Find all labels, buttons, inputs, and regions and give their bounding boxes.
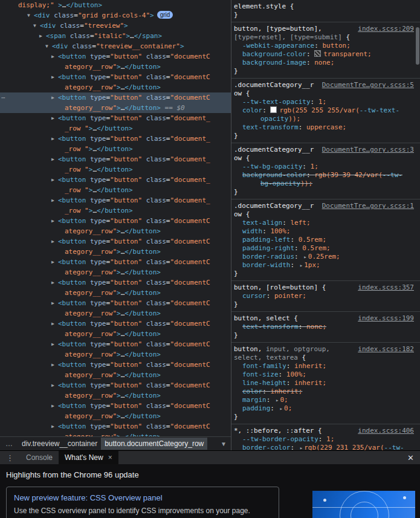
dom-tree-row[interactable]: _row ">…</button>	[0, 185, 231, 195]
dom-tree-row[interactable]: ategory__row">…</button>	[0, 308, 231, 319]
css-selector-line[interactable]: [type=reset], [type=submit] {	[231, 33, 420, 42]
stylesheet-source-link[interactable]: index.scss:406	[358, 427, 414, 435]
css-selector-line[interactable]: DocumentTre…gory.scss:1.documentCategory…	[231, 202, 420, 210]
expanded-arrow-icon[interactable]: ▼	[33, 21, 40, 31]
css-property-line[interactable]: padding: ▸0;	[231, 404, 420, 413]
stylesheet-source-link[interactable]: DocumentTre…gory.scss:3	[322, 146, 414, 154]
css-property-line[interactable]: padding-left: 0.5rem;	[231, 236, 420, 244]
expanded-arrow-icon[interactable]: ▼	[45, 41, 52, 51]
collapsed-arrow-icon[interactable]: ▶	[51, 154, 58, 164]
dom-tree-row[interactable]: _row ">…</button>	[0, 123, 231, 134]
dom-tree-row[interactable]: ▶<button type="button" class="documentC	[0, 339, 231, 349]
collapsed-arrow-icon[interactable]: ▶	[51, 216, 58, 226]
dom-tree-row[interactable]: ategory__row">…</button>	[0, 82, 231, 92]
dom-tree-row[interactable]: ▶<button type="button" class="document_	[0, 113, 231, 123]
whats-new-card-title[interactable]: New preview feature: CSS Overview panel	[14, 493, 271, 502]
dom-tree-row[interactable]: ▶<button type="button" class="document_	[0, 195, 231, 206]
dom-tree-row[interactable]: ▼<div class="treeview">	[0, 21, 231, 31]
dom-tree-row[interactable]: _row ">…</button>	[0, 144, 231, 154]
css-property-line[interactable]: line-height: inherit;	[231, 379, 420, 387]
css-selector-line[interactable]: index.scss:182button, input, optgroup,	[231, 345, 420, 354]
dom-tree-row[interactable]: _row ">…</button>	[0, 164, 231, 175]
collapsed-arrow-icon[interactable]: ▶	[51, 72, 58, 82]
stylesheet-source-link[interactable]: index.scss:182	[358, 345, 414, 354]
dom-tree-row[interactable]: ▶<button type="button" class="documentC	[0, 51, 231, 62]
dom-tree-row[interactable]: ategory__row">…</button>	[0, 329, 231, 339]
collapsed-arrow-icon[interactable]: ▶	[51, 298, 58, 308]
dom-tree-row[interactable]: ▶<button type="button" class="document_	[0, 175, 231, 185]
css-property-line[interactable]: --tw-text-opacity: 1;	[231, 98, 420, 106]
dom-tree-row[interactable]: _row ">…</button>	[0, 206, 231, 216]
collapsed-arrow-icon[interactable]: ▶	[51, 195, 58, 206]
grid-badge[interactable]: grid	[157, 11, 173, 19]
stylesheet-source-link[interactable]: index.scss:357	[358, 283, 414, 292]
css-property-line[interactable]: bg-opacity));	[231, 180, 420, 188]
breadcrumb-overflow-button[interactable]: …	[0, 439, 18, 448]
css-property-line[interactable]: border-color: ▸rgb(229 231 235/var(--tw-	[231, 444, 420, 450]
collapsed-arrow-icon[interactable]: ▶	[51, 277, 58, 288]
breadcrumb-item-document-category-row[interactable]: button.documentCategory_row	[101, 438, 207, 450]
dom-tree-row[interactable]: ategory__row">…</button>	[0, 432, 231, 436]
css-selector-line[interactable]: DocumentTre…gory.scss:3.documentCategory…	[231, 146, 420, 154]
css-property-line[interactable]: border-width: ▸1px;	[231, 261, 420, 270]
css-property-line[interactable]: text-transform: none;	[231, 323, 420, 331]
dom-tree-row-selected[interactable]: ategory__row">…</button> == $0	[0, 103, 231, 113]
css-property-line[interactable]: padding-right: 0.5rem;	[231, 244, 420, 253]
expanded-arrow-icon[interactable]: ▼	[27, 10, 34, 21]
css-selector-line[interactable]: index.scss:209button, [type=button],	[231, 25, 420, 33]
css-property-line[interactable]: text-transform: uppercase;	[231, 123, 420, 132]
drawer-close-icon[interactable]: ✕	[401, 451, 420, 464]
stylesheet-source-link[interactable]: DocumentTre…gory.scss:1	[322, 202, 414, 210]
css-property-line[interactable]: opacity));	[231, 115, 420, 123]
css-selector-line[interactable]: element.style {	[231, 2, 420, 11]
dom-tree-row[interactable]: ategory__row">…</button>	[0, 349, 231, 360]
dom-tree-row[interactable]: ▶<button type="button" class="documentC	[0, 72, 231, 82]
stylesheet-source-link[interactable]: DocumentTre…gory.scss:5	[322, 81, 414, 89]
tab-console[interactable]: Console	[20, 451, 59, 464]
tab-whats-new[interactable]: What's New ×	[59, 451, 118, 464]
css-selector-line[interactable]: index.scss:199button, select {	[231, 314, 420, 323]
dom-tree-row[interactable]: ▶<button type="button" class="documentC	[0, 236, 231, 247]
css-property-line[interactable]: margin: ▸0;	[231, 396, 420, 404]
collapsed-arrow-icon[interactable]: ▶	[51, 236, 58, 247]
dom-tree-row[interactable]: ategory__row">…</button>	[0, 267, 231, 277]
collapsed-arrow-icon[interactable]: ▶	[51, 339, 58, 349]
css-selector-line[interactable]: ow {	[231, 210, 420, 219]
dom-tree-row[interactable]: ▶<button type="button" class="documentC	[0, 421, 231, 432]
dom-tree-row[interactable]: ategory__row">…</button>	[0, 247, 231, 257]
dom-tree-row[interactable]: ▼<div class="treeview__container">	[0, 41, 231, 51]
dom-tree-row[interactable]: ▶<button type="button" class="documentC	[0, 401, 231, 411]
collapsed-arrow-icon[interactable]: ▶	[51, 319, 58, 329]
css-selector-line[interactable]: index.scss:406*, ::before, ::after {	[231, 427, 420, 435]
css-selector-line[interactable]: select, textarea {	[231, 354, 420, 362]
collapsed-arrow-icon[interactable]: ▶	[51, 134, 58, 144]
css-property-line[interactable]: text-align: left;	[231, 219, 420, 227]
css-selector-line[interactable]: ow {	[231, 154, 420, 163]
css-property-line[interactable]: cursor: pointer;	[231, 292, 420, 300]
dom-tree-row[interactable]: ategory__row">…</button>	[0, 411, 231, 421]
dom-tree-row[interactable]: ategory__row">…</button>	[0, 288, 231, 298]
breadcrumb-item-treeview-container[interactable]: div.treeview__container	[18, 438, 101, 450]
dom-tree-row[interactable]: ▶<button type="button" class="document_	[0, 154, 231, 164]
css-property-line[interactable]: border-radius: ▸0.25rem;	[231, 253, 420, 261]
dom-tree-row[interactable]: ▶<button type="button" class="documentC	[0, 277, 231, 288]
css-property-line[interactable]: font-size: 100%;	[231, 371, 420, 379]
more-tools-menu-icon[interactable]: ⋮	[0, 451, 20, 464]
css-property-line[interactable]: font-family: inherit;	[231, 362, 420, 371]
dom-tree-row[interactable]: display;" >…</button>	[0, 0, 231, 10]
whats-new-card[interactable]: New preview feature: CSS Overview panel …	[6, 487, 279, 518]
dom-tree-row[interactable]: ▶<button type="button" class="documentC	[0, 298, 231, 308]
scroll-down-arrow-icon[interactable]: ▼	[221, 441, 231, 447]
css-property-line[interactable]: background-color: rgb(39 39 42/var(--tw-	[231, 171, 420, 180]
dom-tree-row[interactable]: ▶<button type="button" class="documentC	[0, 216, 231, 226]
dom-tree-row[interactable]: ▶<button type="button" class="documentC	[0, 319, 231, 329]
css-selector-line[interactable]: index.scss:357button, [role=button] {	[231, 283, 420, 292]
dom-tree-row[interactable]: ategory__row">…</button>	[0, 370, 231, 380]
css-selector-line[interactable]: ow {	[231, 89, 420, 98]
styles-scrollbar-thumb[interactable]	[416, 27, 419, 65]
css-property-line[interactable]: -webkit-appearance: button;	[231, 42, 420, 50]
dom-tree-row[interactable]: ategory__row">…</button>	[0, 390, 231, 401]
dom-tree-row[interactable]: ▶<button type="button" class="document_	[0, 134, 231, 144]
css-property-line[interactable]: --tw-bg-opacity: 1;	[231, 163, 420, 171]
collapsed-arrow-icon[interactable]: ▶	[39, 31, 46, 41]
